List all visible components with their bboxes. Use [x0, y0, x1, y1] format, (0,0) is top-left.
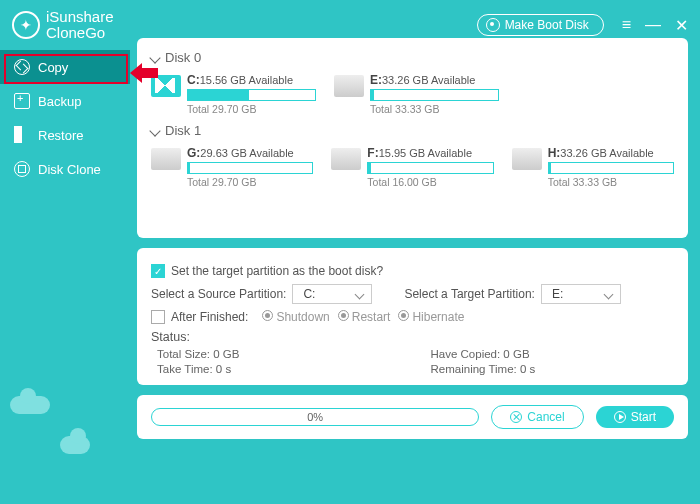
close-icon[interactable]: ✕ [675, 16, 688, 35]
after-label: After Finished: [171, 310, 248, 324]
arrow-annotation [130, 63, 158, 83]
drive-icon [334, 75, 364, 97]
usage-bar [187, 89, 316, 101]
sidebar: CopyBackupRestoreDisk Clone [0, 50, 130, 504]
app-brand: iSunshare CloneGo [46, 9, 114, 42]
disks-panel: Disk 0C:15.56 GB AvailableTotal 29.70 GB… [137, 38, 688, 238]
source-select[interactable]: C: [292, 284, 372, 304]
drive-icon [331, 148, 361, 170]
disk-header[interactable]: Disk 0 [151, 50, 674, 65]
status-take-time: Take Time: 0 s [157, 363, 401, 375]
sidebar-item-backup[interactable]: Backup [0, 84, 130, 118]
boot-checkbox[interactable]: ✓ [151, 264, 165, 278]
drive-icon [512, 148, 542, 170]
partition[interactable]: C:15.56 GB AvailableTotal 29.70 GB [151, 73, 316, 115]
start-button[interactable]: Start [596, 406, 674, 428]
brand-line2: CloneGo [46, 25, 114, 42]
footer-panel: 0% Cancel Start [137, 395, 688, 439]
partition[interactable]: G:29.63 GB AvailableTotal 29.70 GB [151, 146, 313, 188]
menu-icon[interactable]: ≡ [622, 16, 631, 35]
sidebar-item-copy[interactable]: Copy [0, 50, 130, 84]
target-label: Select a Target Partition: [404, 287, 535, 301]
status-total-size: Total Size: 0 GB [157, 348, 401, 360]
cancel-button[interactable]: Cancel [491, 405, 583, 429]
partition[interactable]: E:33.26 GB AvailableTotal 33.33 GB [334, 73, 499, 115]
usage-bar [367, 162, 493, 174]
radio-shutdown[interactable] [262, 310, 273, 321]
copy-icon [14, 59, 30, 75]
chevron-down-icon [149, 125, 160, 136]
disk-clone-icon [14, 161, 30, 177]
brand-line1: iSunshare [46, 9, 114, 26]
status-have-copied: Have Copied: 0 GB [431, 348, 675, 360]
status-title: Status: [151, 330, 674, 344]
boot-question: Set the target partition as the boot dis… [171, 264, 383, 278]
content-area: Disk 0C:15.56 GB AvailableTotal 29.70 GB… [137, 38, 688, 492]
make-boot-disk-button[interactable]: Make Boot Disk [477, 14, 604, 36]
usage-bar [187, 162, 313, 174]
status-remaining: Remaining Time: 0 s [431, 363, 675, 375]
disc-icon [486, 18, 500, 32]
backup-icon [14, 93, 30, 109]
partition[interactable]: H:33.26 GB AvailableTotal 33.33 GB [512, 146, 674, 188]
target-select[interactable]: E: [541, 284, 621, 304]
sidebar-item-disk-clone[interactable]: Disk Clone [0, 152, 130, 186]
sidebar-item-restore[interactable]: Restore [0, 118, 130, 152]
boot-label: Make Boot Disk [505, 18, 589, 32]
options-panel: ✓ Set the target partition as the boot d… [137, 248, 688, 385]
app-logo-icon: ✦ [12, 11, 40, 39]
drive-icon [151, 148, 181, 170]
progress-bar: 0% [151, 408, 479, 426]
radio-restart[interactable] [338, 310, 349, 321]
disk-header[interactable]: Disk 1 [151, 123, 674, 138]
cancel-icon [510, 411, 522, 423]
after-checkbox[interactable] [151, 310, 165, 324]
chevron-down-icon [149, 52, 160, 63]
usage-bar [548, 162, 674, 174]
usage-bar [370, 89, 499, 101]
minimize-icon[interactable]: — [645, 16, 661, 35]
source-label: Select a Source Partition: [151, 287, 286, 301]
radio-hibernate[interactable] [398, 310, 409, 321]
play-icon [614, 411, 626, 423]
restore-icon [14, 127, 30, 143]
partition[interactable]: F:15.95 GB AvailableTotal 16.00 GB [331, 146, 493, 188]
